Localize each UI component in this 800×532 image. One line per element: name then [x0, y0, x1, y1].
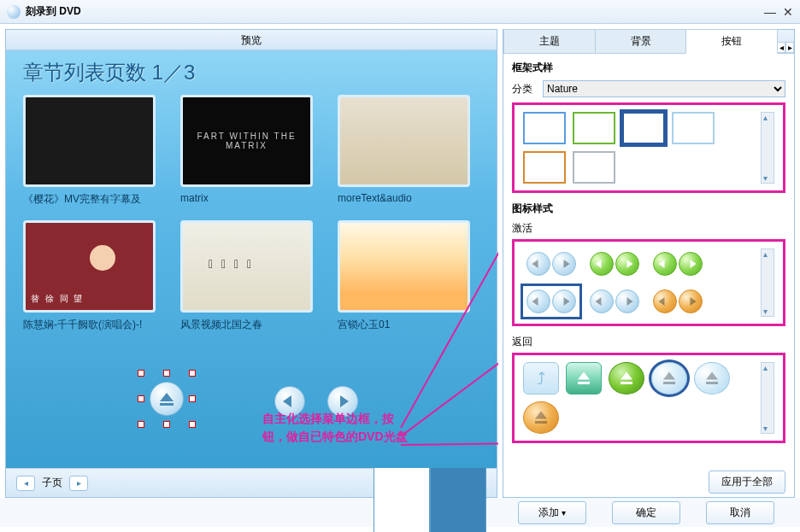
pager-label: 子页: [42, 476, 62, 490]
return-option-2[interactable]: [566, 362, 602, 395]
page-next-button[interactable]: ▸: [69, 476, 88, 491]
frame-scrollbar[interactable]: [761, 112, 774, 184]
minimize-button[interactable]: —: [764, 5, 776, 19]
thumbnail-3[interactable]: [338, 95, 470, 187]
category-label: 分类: [512, 82, 532, 96]
preview-area: 章节列表页数 1／3 《樱花》MV完整有字幕及 FART WITHIN THE …: [6, 50, 497, 468]
thumbnail-5[interactable]: [180, 220, 313, 313]
close-button[interactable]: ✕: [783, 5, 793, 19]
return-style-box: [512, 353, 785, 443]
tab-scroll-left[interactable]: ◂: [777, 42, 785, 53]
svg-line-2: [401, 443, 498, 445]
preview-header: 预览: [6, 30, 497, 50]
return-option-3[interactable]: [609, 362, 644, 395]
nav-option-3[interactable]: [650, 248, 706, 279]
return-option-6[interactable]: [523, 401, 559, 434]
ok-button[interactable]: 确定: [612, 501, 680, 524]
activate-label: 激活: [512, 221, 785, 236]
titlebar: 刻录到 DVD — ✕: [0, 0, 800, 24]
preview-panel: 预览 章节列表页数 1／3 《樱花》MV完整有字幕及 FART WITHIN T…: [5, 29, 497, 498]
thumbnail-5-label: 风景视频北国之春: [180, 318, 313, 332]
frame-option-gray[interactable]: [573, 151, 615, 184]
return-option-4-selected[interactable]: [651, 362, 687, 395]
nav-scrollbar[interactable]: [761, 248, 774, 317]
nav-option-2[interactable]: [586, 248, 643, 279]
tab-theme[interactable]: 主题: [503, 29, 596, 53]
frame-option-darkblue-selected[interactable]: [622, 112, 665, 144]
eject-icon[interactable]: [150, 382, 184, 416]
thumbnail-2[interactable]: FART WITHIN THE MATRIX: [180, 95, 313, 187]
thumbnail-1[interactable]: [23, 95, 156, 187]
options-panel: 主题 背景 按钮 ◂▸ 框架式样 分类 Nature: [503, 29, 795, 498]
frame-option-blue[interactable]: [523, 112, 566, 144]
frame-option-green[interactable]: [573, 112, 615, 144]
category-select[interactable]: Nature: [543, 80, 785, 97]
tab-button[interactable]: 按钮: [685, 29, 778, 54]
svg-line-1: [401, 332, 498, 436]
page-heading: 章节列表页数 1／3: [23, 59, 479, 86]
thumbnail-6[interactable]: [338, 220, 470, 313]
return-option-5[interactable]: [694, 362, 730, 395]
return-label: 返回: [512, 335, 785, 349]
nav-option-4-selected[interactable]: [523, 286, 579, 317]
nav-option-1[interactable]: [523, 248, 579, 279]
thumbnail-4-label: 陈慧娴-千千阙歌(演唱会)-!: [23, 318, 156, 332]
cancel-button[interactable]: 取消: [706, 501, 774, 524]
add-button[interactable]: 添加: [518, 501, 586, 524]
window-title: 刻录到 DVD: [26, 4, 81, 19]
frame-style-box: [512, 102, 785, 193]
return-option-1[interactable]: [523, 362, 559, 395]
return-scrollbar[interactable]: [761, 362, 774, 434]
annotation-text: 自主化选择菜单边框，按 钮，做自已特色的DVD光盘: [262, 410, 408, 446]
preview-footer: ◂ 子页 ▸ 主菜单 子菜单: [6, 468, 497, 497]
thumbnail-4[interactable]: [23, 220, 156, 313]
nav-style-box: [512, 239, 785, 326]
thumbnail-1-label: 《樱花》MV完整有字幕及: [23, 192, 156, 207]
nav-section-title: 图标样式: [512, 202, 785, 216]
frame-option-orange[interactable]: [523, 151, 566, 184]
thumbnail-3-label: moreText&audio: [338, 192, 470, 204]
tab-scroll-right[interactable]: ▸: [785, 42, 794, 53]
frame-option-lightblue[interactable]: [672, 112, 715, 144]
page-prev-button[interactable]: ◂: [16, 476, 35, 491]
thumbnail-2-label: matrix: [180, 192, 313, 204]
nav-option-6[interactable]: [650, 286, 706, 317]
tab-background[interactable]: 背景: [595, 29, 687, 53]
nav-option-5[interactable]: [586, 286, 643, 317]
apply-all-button[interactable]: 应用于全部: [709, 471, 785, 494]
thumbnail-6-label: 宫锁心玉01: [338, 318, 470, 332]
frame-section-title: 框架式样: [512, 61, 785, 75]
app-icon: [7, 5, 21, 19]
